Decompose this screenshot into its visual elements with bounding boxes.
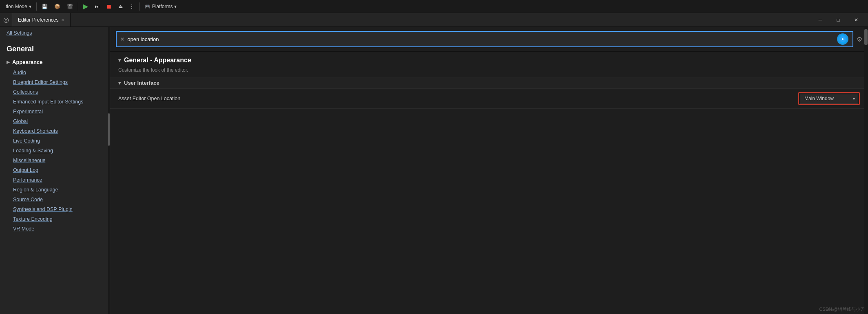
- setting-label-text: Asset Editor Open Location: [118, 96, 798, 101]
- sidebar-item-miscellaneous[interactable]: Miscellaneous: [0, 156, 110, 165]
- section-title-text: General - Appearance: [124, 57, 191, 64]
- appearance-arrow: ▶: [7, 60, 10, 64]
- search-logo-icon: [837, 33, 848, 45]
- section-title: ▾ General - Appearance: [110, 52, 868, 66]
- mode-label: tion Mode: [6, 4, 27, 9]
- search-wrapper: ×: [116, 31, 853, 47]
- search-bar: × ⚙: [110, 27, 868, 52]
- open-location-dropdown[interactable]: Main Window New Window Last Used Window: [800, 94, 858, 103]
- restore-button[interactable]: □: [830, 13, 847, 26]
- dropdown-wrapper: Main Window New Window Last Used Window …: [800, 94, 858, 103]
- content-icon: 📦: [54, 4, 60, 9]
- platforms-arrow: ▾: [174, 4, 177, 9]
- more-icon: ⋮: [129, 4, 134, 9]
- more-button[interactable]: ⋮: [127, 3, 137, 10]
- eject-icon: ⏏: [118, 4, 123, 9]
- minimize-button[interactable]: ─: [812, 13, 829, 26]
- tab-label: Editor Preferences: [18, 17, 58, 23]
- tab-close-button[interactable]: ×: [61, 17, 64, 23]
- subsection-user-interface[interactable]: ▾ User Interface: [110, 77, 868, 89]
- toolbar-separator-2: [78, 2, 78, 11]
- tabbar: ◎ Editor Preferences × ─ □ ✕: [0, 13, 868, 27]
- appearance-label: Appearance: [12, 59, 42, 65]
- content-scrolltrack: [864, 27, 868, 314]
- section-general-appearance: ▾ General - Appearance Customize the loo…: [110, 52, 868, 109]
- close-button[interactable]: ✕: [848, 13, 865, 26]
- sidebar-item-experimental[interactable]: Experimental: [0, 107, 110, 116]
- sidebar-item-source-code[interactable]: Source Code: [0, 195, 110, 204]
- save-icon: 💾: [42, 4, 48, 9]
- gamepad-icon: 🎮: [144, 4, 151, 9]
- sidebar-item-loading-saving[interactable]: Loading & Saving: [0, 146, 110, 156]
- sidebar: All Settings General ▶ Appearance Audio …: [0, 27, 110, 314]
- stop-icon: ⏹: [106, 3, 112, 10]
- svg-point-1: [842, 38, 844, 40]
- content-scrollthumb[interactable]: [864, 29, 868, 45]
- sidebar-item-output-log[interactable]: Output Log: [0, 165, 110, 175]
- mode-button[interactable]: tion Mode ▾: [3, 3, 34, 10]
- unreal-search-icon: [839, 35, 847, 43]
- content-area: × ⚙ ▾ General - Appearance Customize the…: [110, 27, 868, 314]
- unreal-logo: ◎: [3, 16, 9, 24]
- sidebar-item-blueprint-editor[interactable]: Blueprint Editor Settings: [0, 77, 110, 87]
- sidebar-item-vr-mode[interactable]: VR Mode: [0, 224, 110, 234]
- eject-button[interactable]: ⏏: [116, 3, 125, 10]
- sidebar-item-performance[interactable]: Performance: [0, 175, 110, 185]
- search-clear-button[interactable]: ×: [121, 36, 124, 42]
- window-controls: ─ □ ✕: [812, 13, 868, 26]
- sidebar-item-region-language[interactable]: Region & Language: [0, 185, 110, 195]
- all-settings-link[interactable]: All Settings: [0, 27, 110, 39]
- sidebar-item-texture-encoding[interactable]: Texture Encoding: [0, 214, 110, 224]
- subsection-arrow: ▾: [118, 80, 121, 86]
- main-layout: All Settings General ▶ Appearance Audio …: [0, 27, 868, 314]
- sidebar-item-synthesis[interactable]: Synthesis and DSP Plugin: [0, 204, 110, 214]
- sidebar-section-title: General: [0, 39, 110, 57]
- sidebar-item-appearance[interactable]: ▶ Appearance: [0, 57, 110, 68]
- step-button[interactable]: ⏭: [92, 3, 102, 10]
- setting-asset-editor-location: Asset Editor Open Location Main Window N…: [110, 89, 868, 109]
- watermark-text: CSDN @钢琴线与小刀: [819, 306, 865, 312]
- step-icon: ⏭: [95, 4, 100, 9]
- sidebar-item-collections[interactable]: Collections: [0, 87, 110, 97]
- sidebar-item-audio[interactable]: Audio: [0, 68, 110, 77]
- section-description: Customize the look of the editor.: [110, 66, 868, 77]
- search-input[interactable]: [127, 36, 834, 42]
- search-gear-icon[interactable]: ⚙: [857, 35, 862, 43]
- sidebar-item-global[interactable]: Global: [0, 116, 110, 126]
- toolbar-save[interactable]: 💾: [39, 3, 50, 10]
- section-collapse-arrow[interactable]: ▾: [118, 57, 121, 63]
- sidebar-scrolltrack: [108, 27, 110, 314]
- settings-icon: 🎬: [67, 4, 73, 9]
- play-button[interactable]: ▶: [81, 2, 91, 11]
- play-icon: ▶: [83, 2, 88, 10]
- setting-control: Main Window New Window Last Used Window …: [798, 92, 860, 105]
- stop-button[interactable]: ⏹: [104, 2, 114, 11]
- toolbar-separator-3: [139, 2, 140, 11]
- platforms-label: Platforms: [152, 4, 173, 9]
- dropdown-highlight: Main Window New Window Last Used Window …: [798, 92, 860, 105]
- toolbar-separator-1: [36, 2, 37, 11]
- sidebar-item-live-coding[interactable]: Live Coding: [0, 136, 110, 146]
- sidebar-scrollthumb[interactable]: [108, 113, 110, 146]
- toolbar: tion Mode ▾ 💾 📦 🎬 ▶ ⏭ ⏹ ⏏ ⋮ 🎮 Platforms …: [0, 0, 868, 13]
- toolbar-settings[interactable]: 🎬: [64, 3, 75, 10]
- sidebar-item-keyboard-shortcuts[interactable]: Keyboard Shortcuts: [0, 126, 110, 136]
- sidebar-item-enhanced-input[interactable]: Enhanced Input Editor Settings: [0, 97, 110, 107]
- toolbar-content[interactable]: 📦: [52, 3, 63, 10]
- platforms-button[interactable]: 🎮 Platforms ▾: [142, 3, 179, 10]
- subsection-label: User Interface: [124, 80, 159, 86]
- tab-editor-preferences[interactable]: Editor Preferences ×: [12, 13, 71, 26]
- mode-arrow: ▾: [29, 4, 31, 9]
